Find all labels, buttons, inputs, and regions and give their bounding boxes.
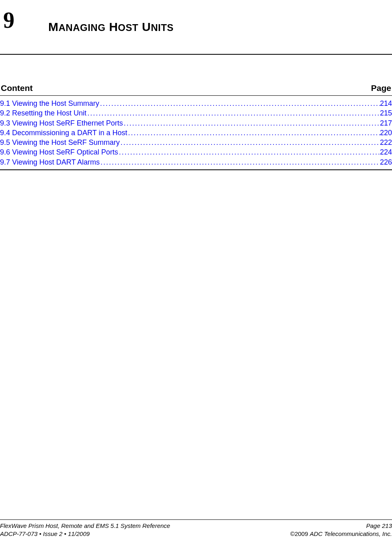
toc-item-page: 220 [380, 128, 392, 138]
chapter-title: MANAGING HOST UNITS [48, 20, 174, 34]
chapter-title-cap: M [48, 20, 59, 33]
toc-item-page: 224 [380, 147, 392, 157]
footer-copyright-prefix: ©2009 [290, 530, 310, 537]
toc-item-title: 9.6 Viewing Host SeRF Optical Ports [0, 147, 118, 157]
toc-item-page: 217 [380, 118, 392, 128]
toc-item-title: 9.7 Viewing Host DART Alarms [0, 157, 100, 167]
chapter-number: 9 [3, 7, 14, 33]
toc-list: 9.1 Viewing the Host Summary 214 9.2 Res… [0, 99, 392, 167]
toc-item-title: 9.1 Viewing the Host Summary [0, 99, 99, 108]
toc-header-page: Page [371, 83, 392, 93]
toc-item-title: 9.5 Viewing the Host SeRF Summary [0, 138, 120, 147]
toc-item-page: 222 [380, 138, 392, 147]
divider [0, 169, 392, 170]
toc-item[interactable]: 9.6 Viewing Host SeRF Optical Ports 224 [0, 147, 392, 157]
toc-item[interactable]: 9.1 Viewing the Host Summary 214 [0, 99, 392, 108]
footer-doc-title: FlexWave Prism Host, Remote and EMS 5.1 … [0, 522, 170, 530]
chapter-title-small: NITS [151, 22, 174, 33]
footer-right: Page 213 ©2009 ADC Telecommunications, I… [290, 522, 392, 538]
toc-item-title: 9.4 Decommissioning a DART in a Host [0, 128, 127, 138]
chapter-title-small: ANAGING [59, 22, 106, 33]
toc-dots [127, 128, 380, 138]
toc-dots [118, 147, 380, 157]
footer-doc-info: ADCP-77-073 • Issue 2 • 11/2009 [0, 530, 170, 538]
toc-dots [100, 157, 380, 167]
toc-item-title: 9.3 Viewing Host SeRF Ethernet Ports [0, 118, 123, 128]
footer-copyright: ©2009 ADC Telecommunications, Inc. [290, 530, 392, 538]
toc-item-page: 226 [380, 157, 392, 167]
toc-header: Content Page [0, 83, 392, 96]
footer-left: FlexWave Prism Host, Remote and EMS 5.1 … [0, 522, 170, 538]
footer-copyright-company: ADC Telecommunications, Inc. [310, 530, 392, 537]
toc-item[interactable]: 9.3 Viewing Host SeRF Ethernet Ports 217 [0, 118, 392, 128]
toc-item[interactable]: 9.2 Resetting the Host Unit 215 [0, 108, 392, 118]
toc-item[interactable]: 9.4 Decommissioning a DART in a Host 220 [0, 128, 392, 138]
footer-page-number: Page 213 [290, 522, 392, 530]
chapter-title-cap: H [105, 20, 118, 33]
divider [0, 54, 392, 55]
toc-dots [120, 138, 380, 147]
toc-dots [86, 108, 380, 118]
toc-item-page: 214 [380, 99, 392, 108]
chapter-title-small: OST [118, 22, 138, 33]
toc-item[interactable]: 9.7 Viewing Host DART Alarms 226 [0, 157, 392, 167]
footer: FlexWave Prism Host, Remote and EMS 5.1 … [0, 519, 392, 538]
toc-dots [99, 99, 380, 108]
toc-item-title: 9.2 Resetting the Host Unit [0, 108, 86, 118]
chapter-title-cap: U [138, 20, 151, 33]
toc-item[interactable]: 9.5 Viewing the Host SeRF Summary 222 [0, 138, 392, 147]
toc-header-content: Content [0, 83, 33, 93]
toc-dots [123, 118, 380, 128]
toc-item-page: 215 [380, 108, 392, 118]
